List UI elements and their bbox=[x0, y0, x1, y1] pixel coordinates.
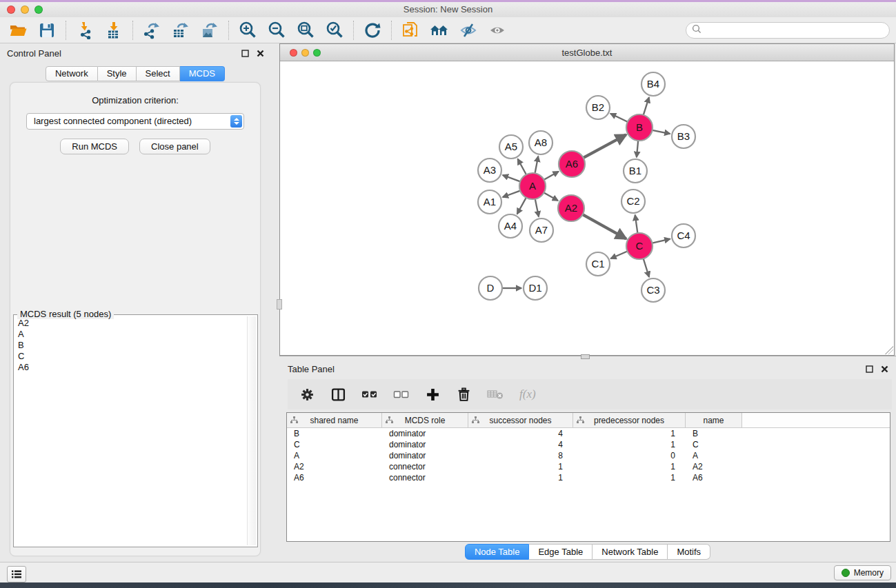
home-icon[interactable] bbox=[427, 20, 452, 41]
open-session-icon[interactable] bbox=[6, 20, 30, 41]
graph-node-C1[interactable]: C1 bbox=[586, 252, 610, 276]
network-canvas[interactable]: AA1A2A3A4A5A6A7A8BB1B2B3B4CC1C2C3C4DD1 bbox=[280, 61, 894, 355]
import-table-icon[interactable] bbox=[101, 20, 126, 41]
search-input[interactable] bbox=[705, 26, 884, 36]
export-table-icon[interactable] bbox=[168, 20, 193, 41]
window-resize-grip[interactable] bbox=[885, 346, 893, 354]
column-header-successor-nodes[interactable]: successor nodes bbox=[468, 413, 573, 427]
graph-node-A3[interactable]: A3 bbox=[478, 159, 501, 182]
graph-node-B1[interactable]: B1 bbox=[624, 159, 647, 183]
close-panel-button[interactable]: Close panel bbox=[139, 139, 210, 154]
memory-button[interactable]: Memory bbox=[834, 565, 891, 580]
graph-node-D[interactable]: D bbox=[479, 276, 502, 300]
tab-node-table[interactable]: Node Table bbox=[465, 544, 530, 560]
graph-edge-A-A4[interactable] bbox=[517, 198, 526, 214]
graph-edge-B-B1[interactable] bbox=[637, 141, 638, 157]
graph-edge-C-C4[interactable] bbox=[652, 239, 670, 243]
graph-edge-A-A3[interactable] bbox=[503, 175, 520, 181]
graph-edge-A-A6[interactable] bbox=[544, 172, 559, 180]
tab-select[interactable]: Select bbox=[137, 66, 180, 81]
export-image-icon[interactable] bbox=[197, 20, 222, 41]
graph-edge-A6-B[interactable] bbox=[584, 134, 626, 157]
graph-edge-A2-C[interactable] bbox=[583, 214, 626, 239]
graph-edge-B-B3[interactable] bbox=[653, 130, 670, 134]
graph-edge-A-A5[interactable] bbox=[518, 159, 526, 175]
float-panel-icon[interactable] bbox=[240, 48, 250, 58]
panel-splitter-handle[interactable] bbox=[277, 299, 282, 310]
graph-edge-B-B4[interactable] bbox=[644, 97, 649, 115]
select-all-columns-icon[interactable] bbox=[361, 386, 377, 403]
graph-node-A2[interactable]: A2 bbox=[558, 195, 584, 221]
hide-panel-icon[interactable] bbox=[456, 20, 481, 41]
zoom-window-button[interactable] bbox=[34, 6, 43, 14]
tab-motifs[interactable]: Motifs bbox=[668, 544, 710, 560]
column-header-predecessor-nodes[interactable]: predecessor nodes bbox=[573, 413, 686, 427]
zoom-fit-icon[interactable] bbox=[293, 20, 318, 41]
close-panel-icon[interactable] bbox=[255, 48, 265, 58]
graph-edge-A-A8[interactable] bbox=[535, 156, 539, 174]
zoom-selected-icon[interactable] bbox=[322, 20, 347, 41]
graph-edge-C-C2[interactable] bbox=[635, 215, 638, 233]
graph-node-C2[interactable]: C2 bbox=[621, 190, 645, 213]
import-network-icon[interactable] bbox=[72, 20, 97, 41]
float-table-panel-icon[interactable] bbox=[864, 364, 874, 374]
add-row-icon[interactable] bbox=[425, 386, 440, 403]
table-row[interactable]: Bdominator41B bbox=[287, 428, 890, 439]
graph-node-A1[interactable]: A1 bbox=[478, 190, 501, 214]
run-mcds-button[interactable]: Run MCDS bbox=[60, 139, 129, 154]
mcds-result-item[interactable]: B bbox=[14, 340, 246, 351]
mcds-result-item[interactable]: A bbox=[14, 329, 246, 340]
graph-node-B3[interactable]: B3 bbox=[672, 125, 695, 148]
unselect-all-columns-icon[interactable] bbox=[393, 386, 409, 403]
graph-node-B2[interactable]: B2 bbox=[586, 96, 610, 119]
graph-node-A6[interactable]: A6 bbox=[559, 151, 585, 177]
clone-network-icon[interactable] bbox=[398, 20, 423, 41]
graph-node-A[interactable]: A bbox=[519, 173, 546, 199]
mcds-result-item[interactable]: A2 bbox=[14, 318, 246, 329]
graph-edge-A-A7[interactable] bbox=[535, 199, 539, 217]
result-scrollbar[interactable] bbox=[247, 316, 256, 545]
mcds-result-item[interactable]: A6 bbox=[14, 362, 246, 373]
zoom-in-icon[interactable] bbox=[235, 20, 260, 41]
column-header-name[interactable]: name bbox=[686, 413, 742, 427]
tab-network[interactable]: Network bbox=[46, 66, 98, 81]
close-window-button[interactable] bbox=[7, 6, 15, 14]
save-session-icon[interactable] bbox=[34, 20, 59, 41]
graph-node-B4[interactable]: B4 bbox=[641, 72, 665, 96]
tab-mcds[interactable]: MCDS bbox=[180, 66, 225, 81]
refresh-icon[interactable] bbox=[360, 20, 385, 41]
task-history-button[interactable] bbox=[7, 566, 26, 582]
graph-node-A4[interactable]: A4 bbox=[499, 214, 522, 238]
table-row[interactable]: A2connector11A2 bbox=[287, 461, 890, 472]
table-row[interactable]: A6connector11A6 bbox=[287, 472, 890, 483]
zoom-out-icon[interactable] bbox=[264, 20, 289, 41]
tab-edge-table[interactable]: Edge Table bbox=[529, 544, 593, 560]
graph-node-C[interactable]: C bbox=[626, 233, 653, 259]
graph-edge-C-C3[interactable] bbox=[644, 258, 649, 277]
function-builder-icon[interactable]: f(x) bbox=[519, 386, 536, 403]
search-box[interactable] bbox=[686, 22, 890, 39]
graph-node-C3[interactable]: C3 bbox=[641, 278, 665, 302]
column-layout-icon[interactable] bbox=[330, 386, 346, 403]
mcds-result-item[interactable]: C bbox=[14, 351, 246, 362]
criterion-select[interactable]: largest connected component (directed) bbox=[26, 113, 244, 130]
table-settings-icon[interactable] bbox=[299, 386, 315, 403]
table-row[interactable]: Adominator80A bbox=[287, 450, 890, 461]
table-row[interactable]: Cdominator41C bbox=[287, 439, 890, 450]
graph-node-D1[interactable]: D1 bbox=[524, 276, 547, 300]
graph-edge-A-A2[interactable] bbox=[544, 192, 557, 201]
minimize-window-button[interactable] bbox=[21, 6, 29, 14]
close-table-panel-icon[interactable] bbox=[879, 364, 889, 374]
graph-node-C4[interactable]: C4 bbox=[672, 224, 695, 247]
export-network-icon[interactable] bbox=[139, 20, 164, 41]
delete-table-icon[interactable] bbox=[487, 386, 504, 403]
graph-node-A7[interactable]: A7 bbox=[530, 219, 553, 242]
graph-edge-C-C1[interactable] bbox=[610, 252, 627, 258]
delete-row-icon[interactable] bbox=[456, 386, 471, 403]
column-header-MCDS-role[interactable]: MCDS role bbox=[382, 413, 468, 427]
tab-style[interactable]: Style bbox=[98, 66, 137, 81]
graph-node-A8[interactable]: A8 bbox=[529, 131, 552, 154]
graph-node-B[interactable]: B bbox=[626, 114, 653, 141]
graph-edge-A-A1[interactable] bbox=[503, 191, 520, 197]
show-panel-icon[interactable] bbox=[485, 20, 510, 41]
